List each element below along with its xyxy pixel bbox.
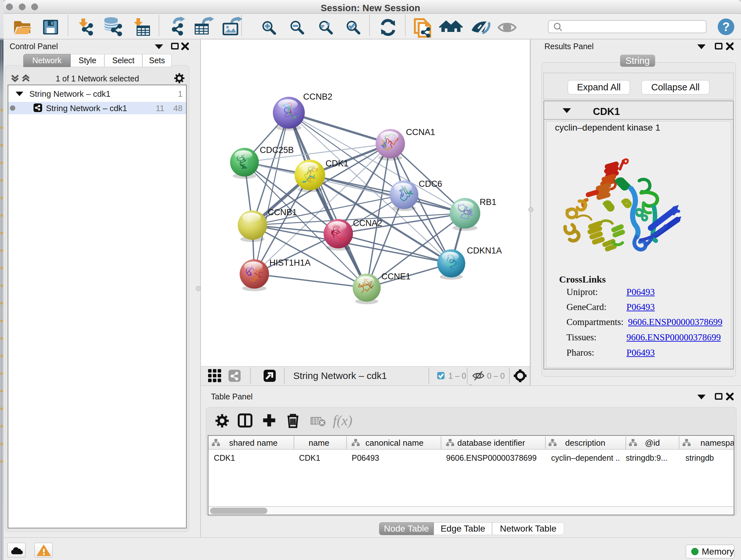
svg-text:RB1: RB1 <box>480 197 496 207</box>
svg-text:1 – 0: 1 – 0 <box>448 371 466 380</box>
svg-text:@id: @id <box>645 438 660 448</box>
svg-text:HIST1H1A: HIST1H1A <box>269 258 311 267</box>
svg-text:canonical name: canonical name <box>365 438 423 448</box>
svg-text:CDKN1A: CDKN1A <box>467 246 502 255</box>
svg-text:String Network – cdk1: String Network – cdk1 <box>293 370 387 381</box>
svg-text:database identifier: database identifier <box>457 438 525 448</box>
svg-text:CDC25B: CDC25B <box>260 145 294 155</box>
svg-text:CCNB1: CCNB1 <box>268 207 297 217</box>
svg-text:CCNB2: CCNB2 <box>303 92 333 102</box>
svg-text:0 – 0: 0 – 0 <box>487 371 505 380</box>
svg-text:name: name <box>309 438 329 448</box>
svg-text:CCNA1: CCNA1 <box>406 127 435 137</box>
svg-text:CDK1: CDK1 <box>326 159 348 168</box>
svg-text:CCNA2: CCNA2 <box>353 219 382 228</box>
svg-text:CCNE1: CCNE1 <box>381 272 411 281</box>
svg-text:namespac: namespac <box>700 438 734 448</box>
svg-text:CDC6: CDC6 <box>419 179 442 189</box>
svg-text:description: description <box>565 438 605 448</box>
svg-text:shared name: shared name <box>229 438 278 448</box>
svg-text:?: ? <box>722 20 730 34</box>
svg-text:f(x): f(x) <box>333 413 352 428</box>
